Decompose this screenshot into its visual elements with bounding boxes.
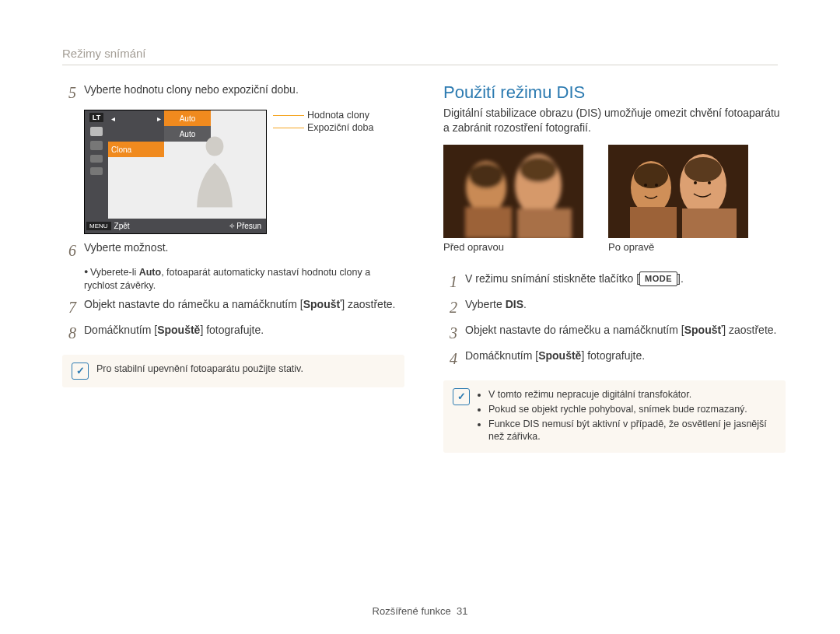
camera-side-icon xyxy=(90,167,103,175)
section-heading-dis: Použití režimu DIS xyxy=(443,82,786,103)
rstep3-num: 3 xyxy=(443,323,457,344)
step8-text: Domáčknutím [Spouště] fotografujte. xyxy=(84,323,404,344)
camera-side-icon xyxy=(90,127,103,136)
note-item: Funkce DIS nemusí být aktivní v případě,… xyxy=(488,418,776,444)
rstep2-text: Vyberte DIS. xyxy=(465,297,786,318)
rstep4-text: Domáčknutím [Spouště] fotografujte. xyxy=(465,349,786,370)
rstep1-num: 1 xyxy=(443,271,457,292)
svg-point-12 xyxy=(634,163,668,188)
note-box-left: ✓ Pro stabilní upevnění fotoaparátu použ… xyxy=(62,355,404,387)
rstep4-num: 4 xyxy=(443,349,457,370)
svg-rect-4 xyxy=(517,208,572,238)
svg-point-16 xyxy=(694,181,697,184)
step5-num: 5 xyxy=(62,82,76,103)
callout-exposure: Expoziční doba xyxy=(307,122,373,133)
camera-side-icon xyxy=(90,141,103,150)
info-icon: ✓ xyxy=(453,388,470,405)
sample-photo-before xyxy=(443,145,583,238)
camera-menu-selected: Clona xyxy=(108,142,164,157)
camera-foot-move: Přesun xyxy=(236,222,261,230)
step6-text: Vyberte možnost. xyxy=(84,240,404,261)
right-column: Použití režimu DIS Digitální stabilizace… xyxy=(443,82,786,453)
note-box-right: ✓ V tomto režimu nepracuje digitální tra… xyxy=(443,380,786,454)
svg-point-14 xyxy=(644,184,647,187)
camera-foot-menu: MENU xyxy=(86,222,111,230)
step8-num: 8 xyxy=(62,323,76,344)
svg-point-17 xyxy=(708,181,711,184)
rstep3-text: Objekt nastavte do rámečku a namáčknutím… xyxy=(465,323,786,344)
caption-before: Před opravou xyxy=(443,241,583,253)
svg-rect-11 xyxy=(682,208,737,238)
caption-after: Po opravě xyxy=(608,241,748,253)
camera-foot-back: Zpět xyxy=(114,222,130,230)
svg-point-5 xyxy=(469,163,503,188)
step7-text: Objekt nastavte do rámečku a namáčknutím… xyxy=(84,297,404,318)
svg-point-6 xyxy=(520,157,557,182)
rstep2-num: 2 xyxy=(443,297,457,318)
svg-rect-3 xyxy=(465,207,512,238)
mode-button-badge: MODE xyxy=(639,271,677,286)
step5-text: Vyberte hodnotu clony nebo expoziční dob… xyxy=(84,82,404,103)
note-item: V tomto režimu nepracuje digitální trans… xyxy=(488,388,776,401)
camera-silhouette xyxy=(166,128,263,216)
sample-photo-after xyxy=(608,145,748,238)
dis-lead-text: Digitální stabilizace obrazu (DIS) umožň… xyxy=(443,106,786,135)
camera-value-1: Auto xyxy=(164,110,211,126)
note-left-text: Pro stabilní upevnění fotoaparátu použij… xyxy=(96,363,303,380)
rstep1-text: V režimu snímání stiskněte tlačítko [MOD… xyxy=(465,271,786,292)
callout-aperture: Hodnota clony xyxy=(307,110,369,121)
step6-subnote: Vyberete-li Auto, fotoaparát automaticky… xyxy=(84,266,404,292)
breadcrumb: Režimy snímání xyxy=(62,47,778,65)
svg-rect-10 xyxy=(630,207,677,238)
note-item: Pokud se objekt rychle pohyboval, snímek… xyxy=(488,403,776,416)
note-right-list: V tomto režimu nepracuje digitální trans… xyxy=(478,388,776,446)
camera-screen-mock: LT ◂▸ Clona Auto Auto xyxy=(84,110,267,234)
step7-num: 7 xyxy=(62,297,76,318)
camera-side-icon xyxy=(90,155,103,163)
info-icon: ✓ xyxy=(72,363,89,380)
svg-point-13 xyxy=(684,157,722,182)
step6-num: 6 xyxy=(62,240,76,261)
svg-point-15 xyxy=(655,184,658,187)
page-footer: Rozšířené funkce 31 xyxy=(0,605,840,617)
nav-icon: ✧ xyxy=(229,222,235,230)
camera-lt-badge: LT xyxy=(89,113,103,122)
left-column: 5 Vyberte hodnotu clony nebo expoziční d… xyxy=(62,82,404,453)
